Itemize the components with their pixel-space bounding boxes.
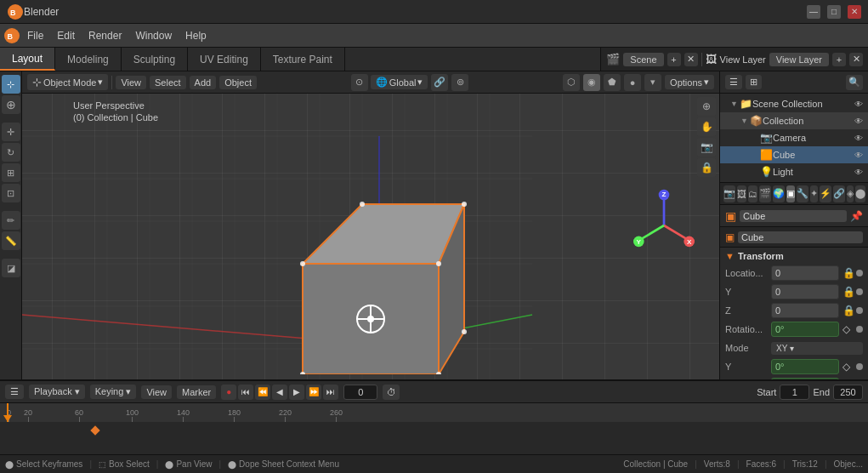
cube-vis-icon[interactable]: 👁 bbox=[853, 149, 865, 161]
viewport-shading-rendered[interactable]: ● bbox=[624, 74, 641, 91]
tool-annotate[interactable]: ✏ bbox=[2, 211, 20, 230]
tree-arrow-collection[interactable]: ▼ bbox=[740, 117, 749, 125]
tab-layout[interactable]: Layout bbox=[0, 48, 55, 71]
transform-header[interactable]: ▼ Transform bbox=[725, 251, 863, 261]
scene-add-button[interactable]: + bbox=[667, 53, 681, 66]
prop-tab-particles[interactable]: ✦ bbox=[810, 185, 818, 202]
menu-help[interactable]: Help bbox=[179, 27, 213, 44]
options-dropdown[interactable]: Options ▾ bbox=[665, 75, 714, 89]
keying-dropdown[interactable]: Keying ▾ bbox=[90, 385, 137, 399]
tree-collection[interactable]: ▼ 📦 Collection 👁 bbox=[720, 112, 868, 129]
camera-vis-icon[interactable]: 👁 bbox=[853, 132, 865, 144]
tab-modeling[interactable]: Modeling bbox=[55, 48, 122, 71]
location-x-input[interactable]: 0 bbox=[771, 265, 839, 281]
rotation-x-input[interactable]: 0° bbox=[771, 322, 839, 337]
snap-icon[interactable]: 🔗 bbox=[431, 74, 448, 91]
transform-orientation-dropdown[interactable]: 🌐 Global ▾ bbox=[371, 75, 428, 89]
menu-edit[interactable]: Edit bbox=[50, 27, 82, 44]
marker-dropdown[interactable]: Marker bbox=[177, 385, 216, 399]
data-name[interactable]: Cube bbox=[738, 231, 863, 243]
tool-add[interactable]: ◪ bbox=[2, 259, 20, 277]
prop-tab-render[interactable]: 📷 bbox=[723, 185, 735, 202]
lock-camera-btn[interactable]: 🔒 bbox=[697, 158, 716, 177]
timeline-menu-btn[interactable]: ☰ bbox=[5, 385, 24, 399]
prop-tab-modifier[interactable]: 🔧 bbox=[797, 185, 808, 202]
prev-keyframe-btn[interactable]: ⏪ bbox=[255, 385, 270, 400]
jump-start-btn[interactable]: ⏮ bbox=[238, 385, 253, 400]
prop-tab-world[interactable]: 🌍 bbox=[773, 185, 785, 202]
prop-tab-scene[interactable]: 🎬 bbox=[759, 185, 771, 202]
axis-gizmo[interactable]: Z X Y bbox=[626, 187, 702, 264]
start-frame-input[interactable]: 1 bbox=[780, 385, 809, 400]
viewport-shading-wire[interactable]: ⬡ bbox=[563, 74, 580, 91]
location-z-input[interactable]: 0 bbox=[771, 303, 839, 318]
outliner-search-btn[interactable]: 🔍 bbox=[846, 75, 863, 90]
menu-window[interactable]: Window bbox=[128, 27, 179, 44]
rotation-y-input[interactable]: 0° bbox=[771, 359, 839, 374]
prop-tab-material[interactable]: ⬤ bbox=[855, 185, 865, 202]
scene-remove-button[interactable]: ✕ bbox=[684, 53, 698, 66]
tool-move[interactable]: ✛ bbox=[2, 123, 20, 141]
zoom-to-fit-btn[interactable]: ⊕ bbox=[697, 97, 716, 116]
prop-tab-view-layer[interactable]: 🗂 bbox=[748, 185, 757, 202]
tree-scene-collection[interactable]: ▼ 📁 Scene Collection 👁 bbox=[720, 95, 868, 112]
object-name[interactable]: Cube bbox=[740, 210, 847, 222]
add-menu[interactable]: Add bbox=[190, 76, 217, 89]
close-button[interactable]: ✕ bbox=[848, 5, 861, 19]
timeline-ruler[interactable]: 0 20 60 100 140 180 bbox=[0, 403, 868, 422]
record-btn[interactable]: ● bbox=[221, 385, 236, 400]
tool-scale[interactable]: ⊞ bbox=[2, 163, 20, 182]
viewport-options-btn[interactable]: ▾ bbox=[644, 74, 661, 91]
prop-tab-constraints[interactable]: 🔗 bbox=[833, 185, 845, 202]
camera-btn[interactable]: 📷 bbox=[697, 138, 716, 157]
location-y-input[interactable]: 0 bbox=[771, 284, 839, 299]
light-vis-icon[interactable]: 👁 bbox=[853, 166, 865, 178]
tree-light[interactable]: 💡 Light 👁 bbox=[720, 163, 868, 180]
pan-btn[interactable]: ✋ bbox=[697, 117, 716, 136]
pin-icon[interactable]: 📌 bbox=[850, 210, 863, 222]
prop-tab-physics[interactable]: ⚡ bbox=[820, 185, 831, 202]
tool-rotate[interactable]: ↻ bbox=[2, 143, 20, 162]
menu-render[interactable]: Render bbox=[82, 27, 128, 44]
tab-uv-editing[interactable]: UV Editing bbox=[188, 48, 261, 71]
prop-tab-output[interactable]: 🖼 bbox=[737, 185, 746, 202]
play-btn[interactable]: ▶ bbox=[289, 385, 304, 400]
tab-sculpting[interactable]: Sculpting bbox=[122, 48, 188, 71]
scene-collection-vis-icon[interactable]: 👁 bbox=[853, 98, 865, 110]
view-dropdown[interactable]: View bbox=[141, 385, 172, 399]
rotation-z-input[interactable]: 0° bbox=[771, 378, 839, 379]
outliner-filter-btn[interactable]: ☰ bbox=[725, 75, 742, 89]
prop-tab-object[interactable]: ▣ bbox=[786, 185, 795, 202]
timeline-tracks[interactable] bbox=[0, 422, 868, 454]
rotation-mode-dropdown[interactable]: XY ▾ bbox=[771, 342, 863, 355]
scene-dropdown[interactable]: Scene bbox=[623, 53, 663, 66]
viewport-shading-solid[interactable]: ◉ bbox=[583, 74, 600, 91]
tree-arrow-scene[interactable]: ▼ bbox=[730, 100, 739, 108]
tool-transform[interactable]: ⊡ bbox=[2, 184, 20, 202]
tree-cube[interactable]: 🟧 Cube 👁 bbox=[720, 146, 868, 163]
prop-tab-data[interactable]: ◈ bbox=[847, 185, 854, 202]
mode-dropdown[interactable]: ⊹ Object Mode ▾ bbox=[27, 74, 108, 90]
menu-file[interactable]: File bbox=[20, 27, 50, 44]
maximize-button[interactable]: □ bbox=[827, 5, 841, 19]
frame-type-btn[interactable]: ⏱ bbox=[383, 385, 400, 400]
prev-frame-btn[interactable]: ◀ bbox=[272, 385, 287, 400]
viewport-shading-material[interactable]: ⬟ bbox=[604, 74, 621, 91]
collection-vis-icon[interactable]: 👁 bbox=[853, 115, 865, 127]
3d-viewport[interactable]: User Perspective (0) Collection | Cube Z… bbox=[22, 94, 719, 379]
jump-end-btn[interactable]: ⏭ bbox=[323, 385, 338, 400]
next-keyframe-btn[interactable]: ⏩ bbox=[306, 385, 321, 400]
viewlayer-remove-button[interactable]: ✕ bbox=[849, 53, 863, 66]
tab-texture-paint[interactable]: Texture Paint bbox=[261, 48, 345, 71]
current-frame-display[interactable]: 0 bbox=[343, 385, 377, 400]
select-menu[interactable]: Select bbox=[150, 76, 186, 89]
viewlayer-add-button[interactable]: + bbox=[832, 53, 846, 66]
keyframe-marker[interactable] bbox=[90, 425, 99, 435]
viewlayer-dropdown[interactable]: View Layer bbox=[769, 53, 829, 66]
minimize-button[interactable]: — bbox=[807, 5, 820, 19]
tool-cursor[interactable]: ⊕ bbox=[2, 95, 20, 114]
tool-select[interactable]: ⊹ bbox=[2, 75, 20, 94]
object-menu[interactable]: Object bbox=[219, 76, 257, 89]
end-frame-input[interactable]: 250 bbox=[833, 385, 863, 400]
tool-measure[interactable]: 📏 bbox=[2, 231, 20, 250]
